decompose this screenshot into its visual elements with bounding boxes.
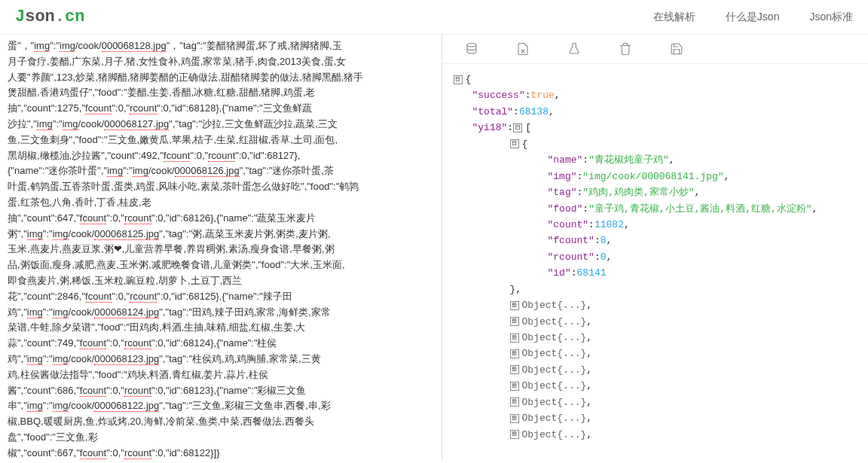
flask-icon[interactable] [567,42,581,56]
svg-point-0 [467,44,476,47]
main: 蛋"，"img":"img/cook/000068128.jpg"，"tag":… [0,35,868,460]
trash-icon[interactable] [619,42,632,56]
logo[interactable]: Json.cn [15,8,84,26]
toggle-icon[interactable]: ⊞ [510,334,519,343]
nav-std[interactable]: Json标准 [809,11,853,24]
nav-parse[interactable]: 在线解析 [653,11,695,24]
toggle-icon[interactable]: ⊞ [510,382,519,391]
database-icon[interactable] [465,42,478,56]
nav-what[interactable]: 什么是Json [726,11,780,24]
toggle-icon[interactable]: ⊞ [510,398,519,407]
toggle-icon[interactable]: ⊞ [510,414,519,423]
toggle-icon[interactable]: ⊞ [510,365,519,374]
nav: 在线解析 什么是Json Json标准 [653,11,853,24]
json-tree[interactable]: ⊟{ "success":true, "total":68138, "yi18"… [442,64,869,460]
toggle-icon[interactable]: ⊟ [513,123,522,133]
tree-pane: ⊟{ "success":true, "total":68138, "yi18"… [442,35,869,460]
toggle-icon[interactable]: ⊞ [510,349,519,358]
toggle-icon[interactable]: ⊟ [454,75,463,84]
toolbar [442,35,869,64]
raw-json-pane[interactable]: 蛋"，"img":"img/cook/000068128.jpg"，"tag":… [0,35,442,460]
toggle-icon[interactable]: ⊞ [510,301,519,310]
file-remove-icon[interactable] [516,42,530,56]
header: Json.cn 在线解析 什么是Json Json标准 [0,0,868,35]
toggle-icon[interactable]: ⊟ [510,139,519,148]
save-icon[interactable] [670,42,683,56]
toggle-icon[interactable]: ⊞ [510,430,519,439]
toggle-icon[interactable]: ⊞ [510,317,519,326]
